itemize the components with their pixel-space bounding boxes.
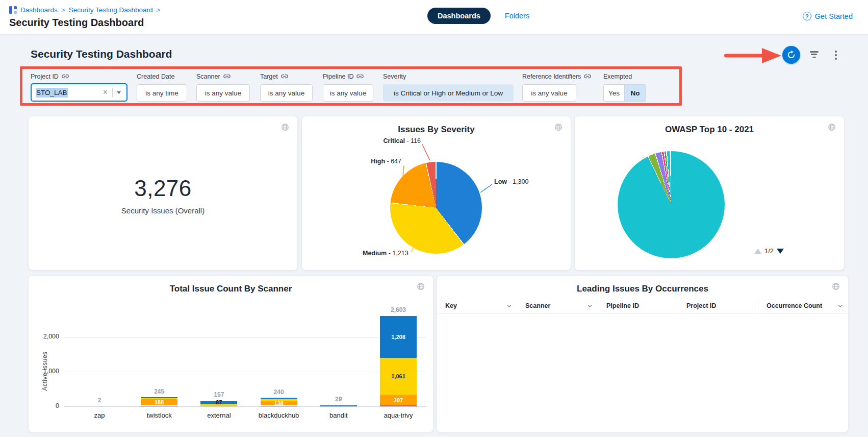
owasp-legend-pager: 1/2 bbox=[754, 247, 784, 255]
owasp-chart-title: OWASP Top 10 - 2021 bbox=[575, 125, 844, 135]
overall-issue-label: Security Issues (Overall) bbox=[29, 206, 297, 215]
filter-created-date: Created Date is any time bbox=[137, 72, 187, 102]
bar-total-label: 29 bbox=[316, 396, 362, 403]
filter-scanner-label: Scanner bbox=[196, 73, 220, 80]
filter-created-date-label: Created Date bbox=[137, 73, 174, 80]
card-issues-by-severity: Issues By Severity Critical - 116 High -… bbox=[302, 116, 571, 270]
help-icon: ? bbox=[803, 12, 811, 20]
occurrences-header-row: KeyScannerPipeline IDProject IDOccurrenc… bbox=[437, 298, 848, 314]
page-down-icon[interactable] bbox=[777, 249, 784, 254]
x-axis-label: aqua-trivy bbox=[370, 411, 426, 419]
filter-reference-identifiers-label: Reference Identifiers bbox=[522, 73, 581, 80]
breadcrumb-item-current[interactable]: Security Testing Dashboard bbox=[69, 6, 153, 14]
project-id-input[interactable]: STO_LAB × bbox=[31, 83, 127, 102]
target-chip[interactable]: is any value bbox=[260, 84, 313, 102]
exempted-no-option[interactable]: No bbox=[625, 84, 646, 102]
card-leading-issues-by-occurrences: Leading Issues By Occurrences KeyScanner… bbox=[437, 276, 848, 432]
page-title: Security Testing Dashboard bbox=[9, 17, 144, 29]
bar-segment-low bbox=[320, 405, 357, 406]
refresh-button[interactable] bbox=[782, 46, 800, 64]
filter-reference-identifiers: Reference Identifiers is any value bbox=[522, 72, 591, 102]
link-icon bbox=[223, 73, 231, 80]
globe-icon bbox=[554, 123, 563, 131]
link-icon bbox=[281, 73, 288, 80]
bar-segment-medium bbox=[141, 398, 177, 399]
globe-icon bbox=[281, 123, 289, 131]
x-axis-label: twistlock bbox=[131, 411, 187, 419]
column-header-scanner[interactable]: Scanner bbox=[517, 298, 598, 313]
severity-chart-title: Issues By Severity bbox=[302, 125, 571, 135]
project-id-value: STO_LAB bbox=[36, 88, 68, 98]
tab-dashboards[interactable]: Dashboards bbox=[427, 8, 491, 24]
x-axis-label: zap bbox=[71, 411, 127, 419]
column-label: Pipeline ID bbox=[606, 302, 639, 309]
globe-icon bbox=[828, 123, 836, 131]
column-label: Key bbox=[445, 302, 457, 309]
breadcrumb-separator: > bbox=[157, 6, 161, 14]
bar-segment-medium bbox=[261, 399, 297, 401]
input-divider bbox=[112, 88, 113, 97]
more-options-button[interactable] bbox=[832, 49, 839, 61]
clear-icon[interactable]: × bbox=[101, 88, 110, 96]
column-header-occurrence-count[interactable]: Occurrence Count bbox=[758, 298, 848, 313]
pie-label-high: High - 647 bbox=[371, 158, 401, 165]
pipeline-id-chip[interactable]: is any value bbox=[323, 84, 373, 102]
refresh-icon bbox=[787, 51, 796, 59]
reference-identifiers-chip[interactable]: is any value bbox=[522, 84, 576, 102]
bar-segment-value: 138 bbox=[274, 400, 283, 406]
card-security-issues-overall: 3,276 Security Issues (Overall) bbox=[29, 116, 297, 270]
x-axis-label: bandit bbox=[311, 411, 367, 419]
owasp-pie-chart bbox=[618, 151, 725, 258]
bar-segment-value: 307 bbox=[394, 397, 403, 403]
link-icon bbox=[356, 73, 364, 80]
bar-segment-low: 87 bbox=[200, 401, 237, 404]
breadcrumb-item-dashboards[interactable]: Dashboards bbox=[20, 6, 58, 14]
bar-segment-critical bbox=[380, 405, 417, 406]
tab-bar: Dashboards Folders bbox=[427, 8, 529, 24]
bar-segment-critical bbox=[141, 406, 177, 407]
bar-segment-value: 87 bbox=[216, 399, 222, 405]
pie-label-medium: Medium - 1,213 bbox=[363, 250, 409, 257]
bar-segment-value: 1,208 bbox=[391, 334, 405, 340]
column-header-pipeline-id: Pipeline ID bbox=[598, 298, 678, 313]
page-up-icon[interactable] bbox=[754, 249, 761, 254]
filter-pipeline-id: Pipeline ID is any value bbox=[323, 72, 373, 102]
filter-target: Target is any value bbox=[260, 72, 313, 102]
bar-segment-high: 138 bbox=[261, 401, 297, 405]
chevron-down-icon[interactable] bbox=[117, 91, 121, 94]
bar-total-label: 2 bbox=[76, 397, 122, 404]
bar-segment-high: 188 bbox=[141, 399, 177, 406]
get-started-link[interactable]: ? Get Started bbox=[803, 12, 853, 20]
sort-chevron-icon[interactable] bbox=[837, 303, 843, 309]
column-header-key[interactable]: Key bbox=[437, 298, 517, 313]
sort-chevron-icon[interactable] bbox=[506, 303, 512, 309]
breadcrumb: Dashboards > Security Testing Dashboard … bbox=[9, 6, 160, 14]
bar-total-label: 240 bbox=[256, 389, 302, 396]
link-icon bbox=[584, 73, 591, 80]
filter-severity: Severity is Critical or High or Medium o… bbox=[383, 72, 514, 102]
column-label: Occurrence Count bbox=[767, 302, 822, 309]
filter-exempted-label: Exempted bbox=[603, 73, 632, 80]
severity-chip[interactable]: is Critical or High or Medium or Low bbox=[383, 84, 514, 102]
x-axis-label: blackduckhub bbox=[251, 411, 307, 419]
bar-segment-high: 307 bbox=[380, 395, 417, 405]
bar-total-label: 157 bbox=[196, 391, 242, 398]
globe-icon bbox=[417, 282, 425, 290]
created-date-chip[interactable]: is any time bbox=[137, 84, 187, 102]
sort-chevron-icon[interactable] bbox=[587, 303, 593, 309]
pie-label-critical: Critical - 116 bbox=[384, 137, 421, 144]
bar-segment-low bbox=[141, 397, 177, 398]
scanner-chip[interactable]: is any value bbox=[196, 84, 250, 102]
tab-folders[interactable]: Folders bbox=[505, 12, 529, 20]
column-label: Project ID bbox=[686, 302, 716, 309]
exempted-yes-option[interactable]: Yes bbox=[603, 84, 625, 102]
column-label: Scanner bbox=[525, 302, 550, 309]
exempted-toggle: Yes No bbox=[603, 84, 646, 102]
gridline bbox=[64, 372, 426, 372]
filter-pipeline-id-label: Pipeline ID bbox=[323, 73, 353, 80]
dashboard-filters-button[interactable] bbox=[809, 51, 819, 59]
y-tick-label: 2,000 bbox=[32, 333, 59, 340]
filter-project-id-label: Project ID bbox=[31, 73, 59, 80]
y-tick-label: 1,000 bbox=[32, 368, 59, 375]
dashboards-grid-icon bbox=[9, 6, 17, 14]
